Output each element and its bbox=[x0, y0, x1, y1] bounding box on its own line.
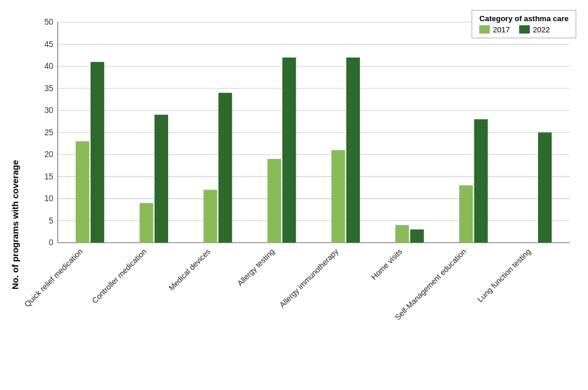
legend-item-2022: 2022 bbox=[519, 25, 550, 34]
legend-label-2017: 2017 bbox=[493, 25, 510, 34]
legend-items: 2017 2022 bbox=[479, 25, 569, 34]
y-tick-15: 15 bbox=[44, 172, 54, 181]
y-axis-label: No. of programs with coverage bbox=[6, 7, 24, 384]
bar-md-2022 bbox=[218, 92, 232, 242]
bar-at-2022 bbox=[282, 57, 296, 242]
legend-label-2022: 2022 bbox=[533, 25, 550, 34]
bar-hv-2017 bbox=[395, 225, 409, 242]
bar-hv-2022 bbox=[410, 229, 424, 242]
bar-ctrl-2022 bbox=[155, 115, 168, 243]
y-tick-10: 10 bbox=[44, 194, 54, 202]
bar-qr-2017 bbox=[76, 141, 89, 242]
chart-container: No. of programs with coverage Category o… bbox=[6, 7, 582, 384]
legend-item-2017: 2017 bbox=[479, 25, 510, 34]
bar-sme-2022 bbox=[474, 119, 487, 242]
y-tick-0: 0 bbox=[49, 238, 54, 246]
y-tick-20: 20 bbox=[44, 149, 54, 158]
x-label-ai: Allergy immunotherapy bbox=[278, 246, 340, 309]
legend: Category of asthma care 2017 2022 bbox=[472, 10, 576, 38]
bar-ctrl-2017 bbox=[139, 203, 153, 242]
y-tick-35: 35 bbox=[44, 84, 54, 92]
bar-qr-2022 bbox=[91, 62, 104, 242]
bar-sme-2017 bbox=[459, 185, 473, 242]
x-label-qr: Quick relief medication bbox=[23, 246, 85, 308]
legend-swatch-2017 bbox=[479, 25, 490, 34]
bar-ai-2017 bbox=[332, 150, 345, 242]
y-tick-5: 5 bbox=[49, 216, 54, 225]
chart-area: Category of asthma care 2017 2022 bbox=[24, 7, 582, 384]
y-tick-30: 30 bbox=[44, 105, 54, 114]
x-label-md: Medical devices bbox=[167, 246, 212, 292]
legend-title: Category of asthma care bbox=[479, 14, 569, 23]
legend-swatch-2022 bbox=[519, 25, 530, 34]
y-tick-45: 45 bbox=[44, 40, 54, 49]
x-label-lft: Lung function testing bbox=[476, 246, 533, 304]
x-label-ctrl: Controller medication bbox=[90, 246, 148, 305]
bar-md-2017 bbox=[203, 189, 217, 242]
bar-lft-2022 bbox=[538, 132, 552, 242]
y-tick-40: 40 bbox=[44, 61, 54, 70]
chart-svg: 50 45 40 35 30 25 20 15 10 bbox=[24, 13, 582, 336]
x-label-at: Allergy testing bbox=[235, 246, 276, 287]
y-tick-50: 50 bbox=[44, 18, 54, 26]
bar-at-2017 bbox=[268, 159, 281, 242]
x-label-hv: Home visits bbox=[369, 246, 404, 281]
y-tick-25: 25 bbox=[44, 128, 54, 136]
x-label-sme: Self-Management education bbox=[393, 246, 468, 321]
bar-ai-2022 bbox=[346, 57, 360, 242]
